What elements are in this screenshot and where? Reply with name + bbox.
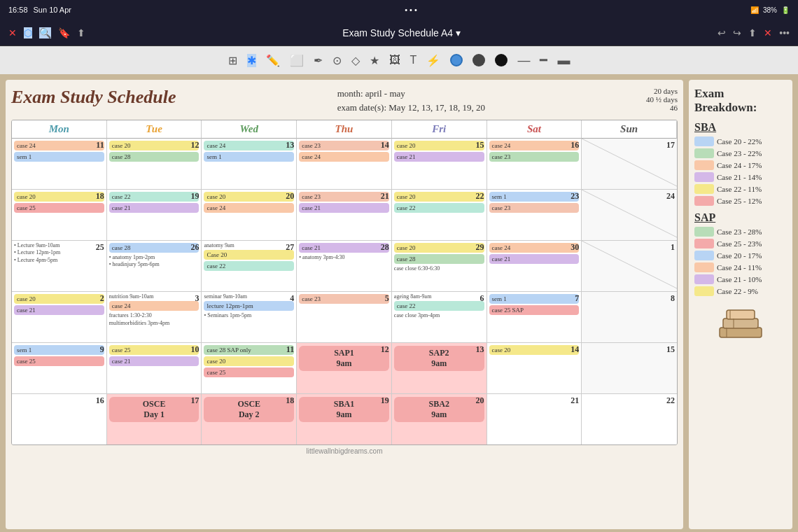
header-thu: Thu bbox=[297, 120, 392, 139]
event-case21g: case 21 bbox=[109, 356, 200, 366]
shape-icon[interactable]: ◇ bbox=[351, 54, 360, 67]
more-icon[interactable]: ••• bbox=[779, 27, 790, 38]
event-case20f: Case 20 bbox=[204, 250, 294, 260]
wifi-icon: 📶 bbox=[750, 6, 759, 14]
event-case28c: case 28 bbox=[394, 254, 484, 264]
exam-sap1: SAP19am bbox=[299, 346, 389, 371]
star-icon[interactable]: ★ bbox=[370, 54, 379, 67]
sidebar: Exam Breakdown: SBA Case 20 - 22% Case 2… bbox=[689, 80, 792, 529]
bd-color-case23 bbox=[694, 148, 714, 158]
line-medium[interactable]: ━ bbox=[540, 52, 547, 68]
exam-osce2: OSCEDay 2 bbox=[204, 397, 294, 422]
event-case20b: case 20 bbox=[394, 141, 484, 150]
event-case21: case 21 bbox=[394, 152, 484, 162]
cell-apr17: 17 bbox=[582, 139, 677, 189]
cell-apr18: case 20 case 25 18 bbox=[12, 190, 107, 240]
bookmark-icon[interactable]: 🔖 bbox=[58, 27, 70, 38]
cell-may10: case 25 case 21 10 bbox=[107, 343, 202, 393]
line-thick[interactable]: ▬ bbox=[557, 53, 570, 68]
text-icon[interactable]: T bbox=[410, 54, 417, 66]
schedule-header: Exam Study Schedule month: april - may e… bbox=[11, 87, 678, 114]
cal-row-1: case 24 sem 1 11 case 20 case 28 12 case… bbox=[12, 139, 677, 190]
event-case28d: case 28 SAP only bbox=[204, 345, 294, 355]
cell-apr21: case 23 case 21 21 bbox=[297, 190, 392, 240]
bluetooth-icon[interactable]: ✱ bbox=[247, 54, 256, 67]
cell-may22: 22 bbox=[582, 394, 677, 444]
cal-row-4: case 20 case 21 2 nutrition 9am-10am cas… bbox=[12, 292, 677, 343]
status-right: 📶 38% 🔋 bbox=[750, 6, 790, 14]
cell-may3: nutrition 9am-10am case 24 fractures 1:3… bbox=[107, 292, 202, 342]
event-case21f: case 21 bbox=[14, 305, 104, 315]
toolbar-close-icon[interactable]: ✕ bbox=[764, 27, 772, 38]
event-sem1: sem 1 bbox=[14, 152, 104, 162]
bd-case25: Case 25 - 12% bbox=[694, 196, 787, 206]
app-toolbar: ✕ ⬡ 🔍 🔖 ⬆ Exam Study Schedule A4 ▾ ↩ ↪ ⬆… bbox=[0, 20, 798, 46]
ageing-text: ageing 8am-9am bbox=[394, 293, 484, 300]
cell-may17: OSCEDay 1 17 bbox=[107, 394, 202, 444]
exam-sba1: SBA19am bbox=[299, 397, 389, 422]
event-sem1c: sem 1 bbox=[489, 192, 580, 202]
event-case20i: case 20 bbox=[204, 356, 294, 366]
event-case23b: case 23 bbox=[489, 152, 580, 162]
cell-apr15: case 20 case 21 15 bbox=[392, 139, 487, 189]
content-area: Exam Study Schedule month: april - may e… bbox=[0, 74, 798, 532]
header-wed: Wed bbox=[202, 120, 297, 139]
cell-apr16: case 24 case 23 16 bbox=[487, 139, 582, 189]
lasso-icon[interactable]: ⊙ bbox=[332, 54, 342, 67]
header-tue: Tue bbox=[107, 120, 202, 139]
bd-color-sap-case20 bbox=[694, 251, 714, 260]
app-icon[interactable]: ⬡ bbox=[24, 27, 32, 38]
bd-color-sap-case23 bbox=[694, 227, 714, 237]
section-sap: SAP bbox=[694, 211, 787, 224]
cell-may1: 1 bbox=[582, 241, 677, 291]
event-case28: case 28 bbox=[109, 152, 200, 162]
cell-may15: 15 bbox=[582, 343, 677, 393]
pencil-icon[interactable]: ✒ bbox=[314, 54, 323, 67]
image-icon[interactable]: 🖼 bbox=[389, 54, 400, 66]
share-icon[interactable]: ⬆ bbox=[77, 27, 85, 38]
battery: 38% bbox=[763, 6, 777, 14]
undo-icon[interactable]: ↩ bbox=[718, 27, 726, 38]
seminar2-text: • Seminars 1pm-5pm bbox=[204, 312, 294, 319]
bd-color-case21 bbox=[694, 172, 714, 182]
month-label: month: april - may bbox=[337, 87, 485, 101]
seminar-text: seminar 9am-10am bbox=[204, 293, 294, 300]
cell-apr13: case 24 sem 1 13 bbox=[202, 139, 297, 189]
cell-may18: OSCEDay 2 18 bbox=[202, 394, 297, 444]
cell-apr14: case 23 case 24 14 bbox=[297, 139, 392, 189]
color-black[interactable] bbox=[495, 54, 507, 66]
redo-icon[interactable]: ↪ bbox=[733, 27, 741, 38]
dropdown-icon[interactable]: ▾ bbox=[456, 27, 461, 38]
event-case25e: case 25 bbox=[204, 368, 294, 377]
event-case20j: case 20 bbox=[489, 345, 580, 355]
close-icon[interactable]: ✕ bbox=[8, 27, 17, 38]
event-case21c: case 21 bbox=[299, 203, 389, 213]
lectures-text: • Lecture 9am-10am • Lecture 12pm-1pm • … bbox=[14, 242, 104, 264]
color-dark[interactable] bbox=[472, 54, 485, 66]
grid-icon[interactable]: ⊞ bbox=[228, 54, 237, 67]
bd-case22: Case 22 - 11% bbox=[694, 184, 787, 194]
line-thin[interactable]: — bbox=[517, 53, 530, 68]
search-icon[interactable]: 🔍 bbox=[39, 27, 51, 38]
pen-icon[interactable]: ✏️ bbox=[266, 54, 280, 67]
cell-apr26: case 28 • anatomy 1pm-2pm• headinjury 5p… bbox=[107, 241, 202, 291]
event-case25: case 25 bbox=[14, 203, 104, 213]
export-icon[interactable]: ⬆ bbox=[748, 27, 757, 38]
header-sun: Sun bbox=[582, 120, 677, 139]
wand-icon[interactable]: ⚡ bbox=[426, 54, 440, 67]
bd-case20: Case 20 - 22% bbox=[694, 136, 787, 146]
cell-apr29: case 20 case 28 case close 6:30-6:30 29 bbox=[392, 241, 487, 291]
bd-color-sap-case24 bbox=[694, 262, 714, 272]
event-case24f: case 24 bbox=[489, 243, 580, 253]
books-decoration bbox=[694, 303, 787, 351]
eraser-icon[interactable]: ⬜ bbox=[290, 54, 304, 67]
section-sba: SBA bbox=[694, 121, 787, 134]
event-case24g: case 24 bbox=[109, 301, 200, 311]
bd-case21: Case 21 - 14% bbox=[694, 172, 787, 182]
event-case20c: case 20 bbox=[14, 192, 104, 202]
cal-row-6: 16 OSCEDay 1 17 OSCEDay 2 18 SBA19am 19 bbox=[12, 394, 677, 444]
bd-color-sap-case25 bbox=[694, 239, 714, 248]
color-blue[interactable] bbox=[450, 54, 463, 66]
event-case20d: case 20 bbox=[204, 192, 294, 202]
time: 16:58 bbox=[8, 6, 28, 14]
